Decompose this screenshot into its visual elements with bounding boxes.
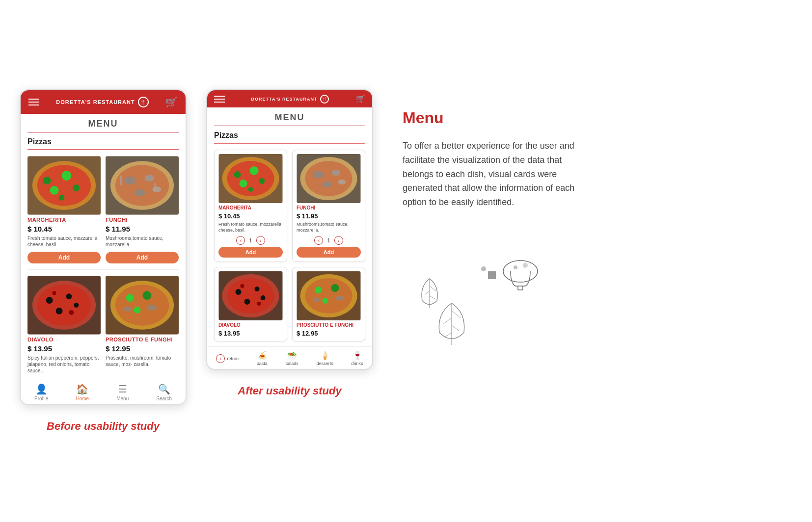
svg-point-4	[62, 171, 72, 181]
pizza-card-img-prosciutto	[297, 271, 361, 320]
svg-point-19	[37, 285, 91, 325]
menu-icon: ☰	[118, 383, 127, 395]
hamburger-icon-after[interactable]	[214, 96, 225, 103]
desserts-label: desserts	[317, 361, 333, 366]
drinks-label: drinks	[352, 361, 363, 366]
qty-num-funghi: 1	[327, 237, 330, 243]
right-panel: Menu To offer a better experience for th…	[393, 89, 792, 355]
svg-point-71	[523, 263, 528, 268]
pizza-card-diavolo: DIAVOLO $ 13.95	[214, 267, 287, 341]
spice-dot	[488, 271, 496, 279]
svg-point-11	[124, 177, 136, 184]
nav-home[interactable]: 🏠 Home	[76, 383, 89, 401]
nav-profile[interactable]: 👤 Profile	[34, 383, 48, 401]
pizza-name-funghi-before: FUNGHI	[106, 217, 179, 223]
pizza-card-price-funghi: $ 11.95	[297, 212, 361, 220]
svg-point-37	[234, 171, 241, 178]
pizza-price-diavolo-before: $ 13.95	[27, 344, 101, 353]
qty-minus-margherita[interactable]: ‹	[236, 236, 245, 245]
home-label: Home	[76, 396, 89, 401]
pizza-card-img-funghi	[297, 154, 361, 203]
qty-row-funghi: ‹ 1 ›	[297, 236, 361, 245]
drinks-icon: 🍷	[352, 351, 362, 360]
svg-point-32	[147, 305, 157, 311]
add-btn-funghi-before[interactable]: Add	[106, 252, 179, 263]
pizza-card-img-margherita	[218, 154, 283, 203]
nav-salads[interactable]: 🥗 salads	[286, 351, 298, 366]
pizza-card-name-margherita: MARGHERITA	[218, 205, 283, 210]
pasta-label: pasta	[257, 361, 268, 366]
pasta-icon: 🍝	[257, 351, 267, 360]
menu-content-before: MENU Pizzas	[21, 114, 186, 379]
svg-point-10	[115, 165, 169, 206]
svg-line-74	[425, 291, 430, 295]
hamburger-icon[interactable]	[28, 99, 39, 105]
divider-before	[27, 269, 179, 270]
svg-point-63	[323, 298, 328, 304]
nav-desserts[interactable]: 🍦 desserts	[317, 351, 333, 366]
svg-point-64	[336, 296, 345, 301]
svg-point-33	[124, 307, 132, 312]
cart-icon-after[interactable]: 🛒	[355, 94, 365, 104]
svg-point-13	[135, 189, 145, 196]
svg-point-3	[43, 177, 51, 184]
svg-point-5	[73, 184, 80, 191]
svg-point-6	[50, 186, 59, 195]
phone-header-before: DORETTA'S RESTAURANT 🍴 🛒	[21, 90, 186, 114]
pizza-card-funghi: FUNGHI $ 11.95 Mushrooms,tomato sauce, m…	[292, 150, 365, 262]
qty-minus-funghi[interactable]: ‹	[314, 236, 323, 245]
bottom-nav-before: 👤 Profile 🏠 Home ☰ Menu 🔍 Search	[21, 379, 186, 404]
svg-point-61	[315, 287, 322, 293]
pizza-price-margherita-before: $ 10.45	[27, 225, 101, 233]
svg-point-70	[514, 265, 517, 269]
pizza-price-prosciutto-before: $ 12.95	[106, 344, 179, 353]
pizza-grid-2-before: DIAVOLO $ 13.95 Spicy Italian pepperoni,…	[27, 276, 179, 374]
spice-dot-2	[481, 266, 486, 271]
svg-line-73	[430, 286, 436, 291]
svg-point-25	[69, 310, 74, 315]
pizza-card-name-diavolo: DIAVOLO	[218, 322, 283, 328]
pizza-card-name-prosciutto: PROSCIUTTO E FUNGHI	[297, 322, 361, 328]
nav-return-btn[interactable]: ‹ return	[216, 354, 239, 363]
menu-label: Menu	[116, 396, 129, 401]
svg-point-20	[46, 297, 53, 304]
nav-drinks[interactable]: 🍷 drinks	[352, 351, 363, 366]
svg-point-24	[53, 291, 56, 295]
before-section: DORETTA'S RESTAURANT 🍴 🛒 MENU Pizzas	[20, 89, 187, 433]
main-container: DORETTA'S RESTAURANT 🍴 🛒 MENU Pizzas	[20, 89, 792, 433]
cart-icon-before[interactable]: 🛒	[165, 96, 178, 108]
qty-plus-funghi[interactable]: ›	[334, 236, 343, 245]
nav-menu[interactable]: ☰ Menu	[116, 383, 129, 401]
restaurant-name-before: DORETTA'S RESTAURANT 🍴	[56, 97, 148, 107]
svg-line-79	[452, 325, 460, 331]
panel-desc: To offer a better experience for the use…	[403, 139, 589, 209]
svg-point-21	[66, 293, 72, 299]
pizza-img-margherita-before	[27, 156, 101, 215]
svg-point-57	[257, 302, 261, 306]
svg-point-45	[313, 171, 324, 178]
svg-point-62	[331, 284, 339, 292]
after-phone: DORETTA'S RESTAURANT 🍴 🛒 MENU Pizzas	[206, 89, 373, 370]
pizza-price-funghi-before: $ 11.95	[106, 225, 179, 233]
pizza-card-prosciutto: PROSCIUTTO E FUNGHI $ 12.95	[292, 267, 365, 341]
add-btn-margherita-before[interactable]: Add	[27, 252, 101, 263]
fork-knife-icon-before: 🍴	[138, 97, 149, 107]
pizza-item-prosciutto-before: PROSCIUTTO E FUNGHI $ 12.95 Prosciutto, …	[106, 276, 179, 374]
home-icon: 🏠	[76, 383, 88, 395]
return-icon: ‹	[216, 354, 225, 363]
svg-point-66	[503, 261, 538, 282]
phone-header-after: DORETTA'S RESTAURANT 🍴 🛒	[207, 90, 372, 107]
pizza-grid-before: MARGHERITA $ 10.45 Fresh tomato sauce, m…	[27, 156, 179, 263]
qty-plus-margherita[interactable]: ›	[256, 236, 265, 245]
svg-point-46	[332, 170, 341, 176]
salads-label: salads	[286, 361, 298, 366]
nav-search[interactable]: 🔍 Search	[156, 383, 172, 401]
pizza-desc-prosciutto-before: Prosciutto, mushroom, tomato sauce, moz-…	[106, 355, 179, 367]
add-btn-card-margherita[interactable]: Add	[218, 247, 283, 258]
add-btn-card-funghi[interactable]: Add	[297, 247, 361, 258]
pizza-card-margherita: MARGHERITA $ 10.45 Fresh tomato sauce, m…	[214, 150, 287, 262]
nav-pasta[interactable]: 🍝 pasta	[257, 351, 268, 366]
svg-point-12	[144, 175, 154, 182]
svg-point-30	[142, 291, 151, 300]
fork-knife-icon-after: 🍴	[320, 95, 329, 104]
